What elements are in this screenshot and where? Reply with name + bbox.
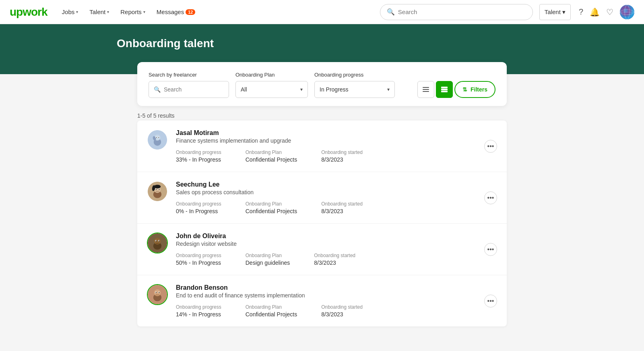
- svg-point-17: [158, 137, 159, 138]
- table-row: John de Oliveira Redesign visitor websit…: [137, 224, 507, 275]
- svg-point-39: [156, 292, 157, 293]
- nav-jobs-label: Jobs: [62, 8, 75, 15]
- meta-plan-value: Confidential Projects: [246, 311, 297, 318]
- main-content: Search by freelancer 🔍 Onboarding Plan A…: [131, 62, 513, 343]
- logo[interactable]: upwork: [10, 6, 47, 19]
- chevron-down-icon: ▾: [143, 10, 145, 14]
- meta-onboarding-plan: Onboarding Plan Confidential Projects: [246, 304, 297, 318]
- onboarding-progress-group: Onboarding progress In Progress ▾: [314, 72, 395, 98]
- meta-onboarding-plan: Onboarding Plan Confidential Projects: [246, 150, 297, 163]
- avatar[interactable]: [147, 233, 168, 253]
- search-icon: 🔍: [387, 8, 395, 16]
- more-options-button[interactable]: •••: [484, 140, 497, 153]
- messages-badge: 12: [186, 9, 195, 15]
- talent-name: Jasal Motiram: [176, 129, 479, 137]
- more-options-button[interactable]: •••: [484, 243, 497, 256]
- meta-plan-label: Onboarding Plan: [246, 150, 297, 155]
- talent-info: Jasal Motiram Finance systems implementa…: [176, 129, 479, 163]
- nav-item-messages[interactable]: Messages 12: [152, 5, 200, 19]
- svg-rect-4: [423, 87, 429, 88]
- meta-started-label: Onboarding started: [314, 253, 355, 258]
- meta-plan-label: Onboarding Plan: [246, 201, 297, 207]
- avatar-image: [148, 130, 167, 150]
- talent-info: Seechung Lee Sales ops process consultat…: [176, 181, 479, 214]
- avatar-image: [148, 285, 167, 304]
- table-row: Jasal Motiram Finance systems implementa…: [137, 120, 507, 172]
- meta-started-value: 8/3/2023: [321, 311, 363, 318]
- onboarding-plan-label: Onboarding Plan: [235, 72, 308, 78]
- onboarding-plan-value: All: [241, 86, 247, 93]
- chevron-down-icon: ▾: [387, 87, 390, 92]
- meta-onboarding-progress: Onboarding progress 33% - In Progress: [176, 150, 221, 163]
- svg-rect-6: [423, 91, 429, 92]
- nav-messages-label: Messages: [157, 8, 184, 15]
- svg-point-16: [156, 137, 157, 138]
- meta-onboarding-started: Onboarding started 8/3/2023: [321, 201, 363, 214]
- meta-onboarding-progress: Onboarding progress 50% - In Progress: [176, 253, 221, 266]
- user-avatar[interactable]: [620, 5, 634, 19]
- svg-point-32: [156, 241, 157, 241]
- meta-onboarding-started: Onboarding started 8/3/2023: [321, 304, 363, 318]
- avatar[interactable]: [147, 181, 168, 202]
- meta-plan-label: Onboarding Plan: [246, 304, 297, 310]
- more-options-button[interactable]: •••: [484, 191, 497, 204]
- list-compact-view-button[interactable]: [417, 81, 434, 98]
- talent-name: Brandon Benson: [176, 284, 479, 291]
- onboarding-plan-select[interactable]: All ▾: [235, 81, 308, 98]
- chevron-down-icon: ▾: [562, 8, 566, 16]
- meta-progress-label: Onboarding progress: [176, 304, 221, 310]
- svg-point-23: [156, 189, 157, 190]
- meta-started-label: Onboarding started: [321, 201, 363, 207]
- filters-icon: ⇅: [462, 86, 467, 93]
- freelancer-search-input[interactable]: [164, 86, 224, 93]
- talent-dropdown-label: Talent: [545, 8, 561, 15]
- meta-progress-value: 14% - In Progress: [176, 311, 221, 318]
- view-toggle: ⇅ Filters: [417, 81, 495, 98]
- meta-onboarding-started: Onboarding started 8/3/2023: [321, 150, 363, 163]
- results-count: 1-5 of 5 results: [137, 106, 507, 120]
- talent-info: John de Oliveira Redesign visitor websit…: [176, 233, 479, 266]
- meta-progress-value: 33% - In Progress: [176, 156, 221, 163]
- nav-item-jobs[interactable]: Jobs ▾: [57, 5, 83, 19]
- svg-point-41: [155, 294, 160, 297]
- notifications-icon[interactable]: 🔔: [590, 7, 600, 17]
- list-view-button[interactable]: [436, 81, 453, 98]
- chevron-down-icon: ▾: [107, 10, 109, 14]
- search-by-freelancer-group: Search by freelancer 🔍: [149, 72, 229, 98]
- help-icon[interactable]: ?: [579, 7, 583, 17]
- talent-list: Jasal Motiram Finance systems implementa…: [137, 120, 507, 326]
- chevron-down-icon: ▾: [76, 10, 78, 14]
- talent-category-dropdown[interactable]: Talent ▾: [539, 4, 571, 20]
- svg-point-24: [159, 189, 159, 190]
- talent-meta: Onboarding progress 50% - In Progress On…: [176, 253, 479, 266]
- more-options-button[interactable]: •••: [484, 295, 497, 307]
- meta-plan-value: Design guidelines: [246, 260, 290, 266]
- meta-plan-label: Onboarding Plan: [246, 253, 290, 258]
- svg-rect-5: [423, 89, 429, 90]
- meta-onboarding-plan: Onboarding Plan Confidential Projects: [246, 201, 297, 214]
- avatar-image: [148, 182, 167, 201]
- talent-job: Sales ops process consultation: [176, 189, 479, 195]
- meta-progress-value: 0% - In Progress: [176, 208, 221, 214]
- chevron-down-icon: ▾: [300, 87, 303, 92]
- meta-progress-label: Onboarding progress: [176, 253, 221, 258]
- favorites-icon[interactable]: ♡: [606, 7, 613, 17]
- svg-rect-9: [441, 91, 448, 92]
- meta-plan-value: Confidential Projects: [246, 156, 297, 163]
- freelancer-search-container[interactable]: 🔍: [149, 81, 229, 98]
- nav-item-reports[interactable]: Reports ▾: [116, 5, 150, 19]
- svg-point-33: [159, 241, 159, 241]
- meta-started-value: 8/3/2023: [321, 156, 363, 163]
- global-search-input[interactable]: [398, 8, 526, 15]
- page-title: Onboarding talent: [117, 37, 644, 50]
- avatar[interactable]: [147, 129, 168, 150]
- upwork-logo-text: upwork: [10, 6, 47, 19]
- table-row: Seechung Lee Sales ops process consultat…: [137, 172, 507, 224]
- avatar[interactable]: [147, 284, 168, 305]
- talent-meta: Onboarding progress 33% - In Progress On…: [176, 150, 479, 163]
- onboarding-progress-select[interactable]: In Progress ▾: [314, 81, 395, 98]
- filters-button[interactable]: ⇅ Filters: [454, 81, 495, 98]
- global-search-container[interactable]: 🔍: [380, 4, 533, 20]
- nav-item-talent[interactable]: Talent ▾: [85, 5, 114, 19]
- meta-progress-label: Onboarding progress: [176, 150, 221, 155]
